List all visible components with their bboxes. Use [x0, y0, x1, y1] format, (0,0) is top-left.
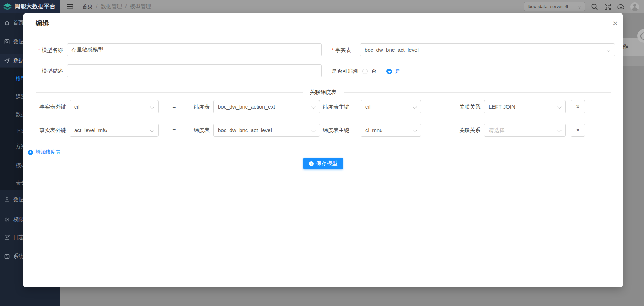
dim-pk-label: 纬度表主键	[308, 124, 349, 137]
save-model-button[interactable]: 保存模型	[303, 158, 343, 169]
breadcrumb-separator: /	[125, 3, 127, 10]
cloud-download-icon[interactable]	[617, 3, 624, 10]
modal-title: 编辑	[36, 18, 49, 28]
model-name-input[interactable]	[67, 43, 322, 56]
relation-select-row2[interactable]: 请选择	[484, 124, 566, 137]
section-divider: 关联纬度表	[36, 89, 611, 96]
fk-label: 事实表外键	[23, 100, 66, 113]
relation-label: 关联关系	[443, 100, 481, 113]
search-icon[interactable]	[591, 3, 598, 10]
dim-pk-select-row1[interactable]: cif	[361, 100, 421, 113]
fk-select-row2[interactable]: act_level_mf6	[70, 124, 159, 137]
server-select[interactable]: boc_data_server_6	[524, 2, 585, 11]
breadcrumb-separator: /	[96, 3, 97, 10]
app-logo-icon	[2, 2, 12, 11]
edit-icon	[4, 235, 10, 240]
breadcrumb-model-mgmt: 模型管理	[130, 3, 151, 10]
dim-table-label: 纬度表	[173, 100, 210, 113]
home-icon	[4, 20, 10, 26]
data-search-icon	[4, 39, 10, 44]
close-icon[interactable]: ×	[609, 18, 621, 30]
dim-table-select-row1[interactable]: boc_dw_bnc_action_ext	[213, 100, 320, 113]
radio-yes[interactable]	[386, 69, 392, 74]
breadcrumb-home[interactable]: 首页	[82, 3, 93, 10]
fk-label: 事实表外键	[23, 124, 66, 137]
add-dimension-link[interactable]: 增加纬度表	[28, 149, 60, 155]
plus-circle-white-icon	[309, 161, 314, 166]
app-title: 闽能大数据平台	[15, 3, 56, 10]
radio-no[interactable]	[362, 69, 368, 74]
logo-block: 闽能大数据平台	[0, 0, 60, 13]
traceable-label: 是否可追溯	[294, 64, 358, 77]
menu-fold-icon[interactable]	[67, 3, 74, 10]
background-partial-column-label: 作	[623, 43, 628, 50]
fact-table-select[interactable]: boc_dw_bnc_act_level	[360, 43, 615, 56]
fullscreen-icon[interactable]	[604, 3, 611, 10]
tool-icon	[4, 254, 10, 259]
dim-table-select-row2[interactable]: boc_dw_bnc_act_level	[213, 124, 320, 137]
radio-yes-label[interactable]: 是	[395, 68, 401, 75]
model-desc-label: 模型描述	[23, 64, 63, 77]
remove-row1-button[interactable]: ×	[571, 100, 585, 113]
user-avatar[interactable]	[630, 2, 639, 11]
divider-title: 关联纬度表	[303, 89, 344, 96]
plus-circle-icon	[28, 150, 33, 155]
model-name-label: 模型名称	[23, 43, 63, 56]
fk-select-row1[interactable]: cif	[70, 100, 159, 113]
import-icon	[4, 197, 10, 202]
dim-pk-label: 纬度表主键	[308, 100, 349, 113]
send-icon	[4, 58, 10, 63]
traceable-radio-group: 否 是	[362, 68, 401, 75]
top-header: 首页 / 数据管理 / 模型管理 boc_data_server_6	[60, 0, 644, 13]
relation-select-row1[interactable]: LEFT JOIN	[484, 100, 566, 113]
fact-table-label: 事实表	[294, 43, 351, 56]
radio-no-label[interactable]: 否	[371, 68, 376, 75]
breadcrumb: 首页 / 数据管理 / 模型管理	[82, 3, 151, 10]
relation-label: 关联关系	[443, 124, 481, 137]
breadcrumb-data-mgmt[interactable]: 数据管理	[101, 3, 122, 10]
gear-icon	[4, 217, 10, 222]
edit-modal: 编辑 × 模型名称 事实表 boc_dw_bnc_act_level 模型描述 …	[23, 13, 623, 287]
model-desc-input[interactable]	[67, 64, 322, 77]
dim-table-label: 纬度表	[173, 124, 210, 137]
dim-pk-select-row2[interactable]: cl_mn6	[361, 124, 421, 137]
remove-row2-button[interactable]: ×	[571, 124, 585, 137]
